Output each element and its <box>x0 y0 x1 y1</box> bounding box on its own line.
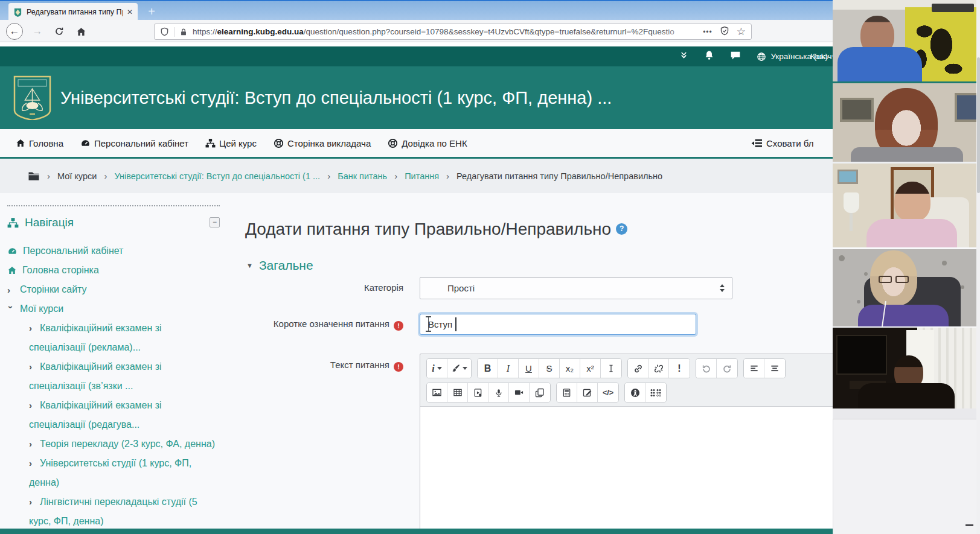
select-arrows-icon <box>720 284 725 292</box>
microphone-icon <box>495 388 503 398</box>
record-video-button[interactable] <box>509 383 530 402</box>
question-text-editor: i B I U S x₂ x² <box>420 354 886 534</box>
tab-title: Редагувати питання типу Пра <box>27 8 123 16</box>
unlink-button[interactable] <box>649 359 669 378</box>
page-actions-icon[interactable]: ••• <box>703 28 713 36</box>
video-feed-participant-1[interactable] <box>833 0 976 81</box>
manage-files-button[interactable] <box>530 383 550 402</box>
shortname-input[interactable] <box>420 314 696 335</box>
tracking-protection-shield-icon[interactable] <box>160 27 169 36</box>
strikethrough-button[interactable]: S <box>539 359 560 378</box>
braille-dots-icon <box>650 389 662 397</box>
video-feed-participant-3[interactable] <box>833 164 976 247</box>
sidebar-course-link[interactable]: ›Університетські студії (1 курс, ФП, ден… <box>29 454 220 492</box>
chevron-right-icon: › <box>7 285 14 295</box>
clear-format-button[interactable] <box>601 359 621 378</box>
format-brush-button[interactable] <box>447 359 471 378</box>
emphasis-button[interactable]: ! <box>669 359 690 378</box>
page-title: Додати питання типу Правильно/Неправильн… <box>245 220 627 239</box>
reload-icon <box>54 27 64 36</box>
dashboard-icon <box>80 138 91 148</box>
edit-snippet-button[interactable] <box>577 383 598 402</box>
crumb-question-bank[interactable]: Банк питань <box>338 171 387 181</box>
accessibility-checker-button[interactable] <box>625 383 645 402</box>
bold-button[interactable]: B <box>478 359 498 378</box>
hide-blocks-button[interactable]: Сховати бл <box>751 129 813 157</box>
align-left-button[interactable] <box>744 359 764 378</box>
chevron-right-icon: › <box>29 492 36 512</box>
home-button[interactable] <box>72 23 89 40</box>
link-icon <box>633 364 643 373</box>
user-menu[interactable]: Козач <box>810 46 832 66</box>
subscript-button[interactable]: x₂ <box>560 359 580 378</box>
link-button[interactable] <box>628 359 649 378</box>
italic-button[interactable]: I <box>498 359 519 378</box>
screenreader-helper-button[interactable] <box>645 383 666 402</box>
paragraph-style-button[interactable]: i <box>427 359 447 378</box>
editor-content-area[interactable] <box>420 406 885 533</box>
messages-icon[interactable] <box>730 50 741 63</box>
video-feed-participant-5[interactable] <box>833 328 976 408</box>
nav-item-teacher-page[interactable]: Сторінка викладача <box>274 138 371 148</box>
superscript-button[interactable]: x² <box>580 359 601 378</box>
sidebar-course-link[interactable]: ›Кваліфікаційний екзамен зі спеціалізаці… <box>29 396 220 434</box>
nav-item-this-course[interactable]: Цей курс <box>205 138 257 148</box>
resize-handle[interactable] <box>966 524 973 526</box>
underline-button[interactable]: U <box>519 359 539 378</box>
record-audio-button[interactable] <box>488 383 509 402</box>
nav-item-home[interactable]: Головна <box>16 138 63 148</box>
reload-button[interactable] <box>51 23 68 40</box>
home-icon <box>76 27 86 37</box>
back-button[interactable]: ← <box>6 23 23 40</box>
globe-icon <box>757 52 766 62</box>
nav-item-enk-help[interactable]: Довідка по ЕНК <box>388 138 467 148</box>
forward-button[interactable]: → <box>29 23 46 40</box>
course-title: Університетські студії: Вступ до спеціал… <box>60 88 612 108</box>
crumb-questions[interactable]: Питання <box>405 171 439 181</box>
bookmark-star-icon[interactable]: ☆ <box>737 25 746 38</box>
caret-down-icon <box>437 367 442 370</box>
section-general[interactable]: ▼ Загальне <box>246 258 313 273</box>
align-center-button[interactable] <box>764 359 785 378</box>
home-icon <box>16 138 25 148</box>
lock-icon[interactable] <box>179 28 188 36</box>
insert-image-button[interactable] <box>427 383 447 402</box>
sidebar-course-link[interactable]: ›Лінгвістичні перекладацькі студії (5 ку… <box>29 492 220 531</box>
video-feed-participant-4[interactable] <box>833 249 976 326</box>
required-icon: ! <box>394 362 403 372</box>
collapse-block-button[interactable]: − <box>210 217 220 227</box>
sidebar-item-my-courses[interactable]: › Мої курси <box>7 299 220 319</box>
video-feed-participant-2[interactable] <box>833 83 976 162</box>
crumb-my-courses[interactable]: Мої курси <box>57 171 97 181</box>
help-icon[interactable]: ? <box>616 223 627 235</box>
url-text: https://elearning.kubg.edu.ua/question/q… <box>193 27 698 36</box>
url-bar[interactable]: https://elearning.kubg.edu.ua/question/q… <box>154 24 752 40</box>
undo-button[interactable] <box>696 359 717 378</box>
undo-icon <box>702 364 711 373</box>
equation-editor-button[interactable] <box>557 383 577 402</box>
nav-item-dashboard[interactable]: Персональний кабінет <box>80 138 188 148</box>
sidebar-course-link[interactable]: ›Теорія перекладу (2-3 курс, ФА, денна) <box>29 434 220 454</box>
conference-scrollbar-thumb[interactable] <box>977 57 980 193</box>
sidebar-item-dashboard[interactable]: Персональний кабінет <box>7 241 220 261</box>
tab-close-icon[interactable]: ✕ <box>127 8 133 16</box>
redo-button[interactable] <box>717 359 737 378</box>
sidebar-item-home[interactable]: Головна сторінка <box>7 261 220 280</box>
new-tab-button[interactable]: + <box>144 4 159 20</box>
category-select[interactable]: Прості <box>420 277 732 299</box>
insert-table-button[interactable] <box>447 383 468 402</box>
html-source-button[interactable]: </> <box>598 383 618 402</box>
category-value: Прості <box>420 283 720 293</box>
text-caret <box>455 317 456 331</box>
shield-check-icon[interactable] <box>720 26 729 38</box>
text-cursor-icon <box>607 364 615 373</box>
notifications-bell-icon[interactable] <box>704 50 714 63</box>
breadcrumb: › Мої курси › Університетські студії: Вс… <box>28 159 662 193</box>
crumb-course[interactable]: Університетські студії: Вступ до спеціал… <box>114 171 320 181</box>
insert-media-button[interactable] <box>468 383 488 402</box>
browser-tab[interactable]: Редагувати питання типу Пра ✕ <box>8 3 138 21</box>
site-favicon-icon <box>13 8 22 17</box>
shortname-label: Коротке означення питання! <box>145 319 403 331</box>
collapse-header-icon[interactable] <box>679 51 688 62</box>
section-collapse-icon: ▼ <box>246 262 253 269</box>
